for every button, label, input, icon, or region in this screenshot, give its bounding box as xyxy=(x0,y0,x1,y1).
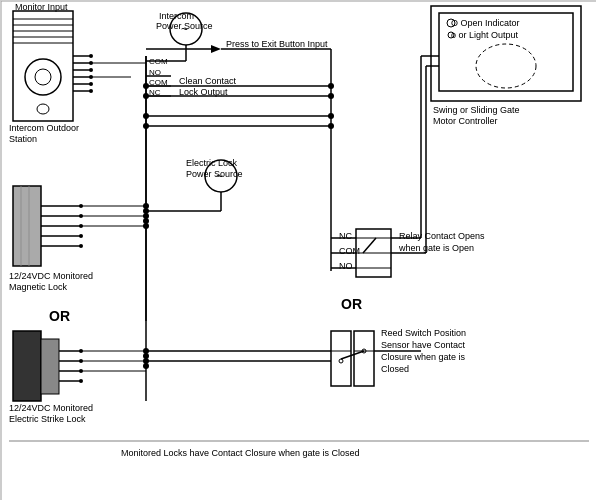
svg-text:Electric Lock: Electric Lock xyxy=(186,158,238,168)
svg-text:Electric Strike Lock: Electric Strike Lock xyxy=(9,414,86,424)
svg-rect-56 xyxy=(13,186,41,266)
svg-text:NO: NO xyxy=(149,68,161,77)
svg-text:Clean Contact: Clean Contact xyxy=(179,76,237,86)
svg-text:NC: NC xyxy=(339,231,352,241)
svg-point-111 xyxy=(328,113,334,119)
svg-point-22 xyxy=(89,89,93,93)
svg-rect-78 xyxy=(41,339,59,394)
svg-text:OR: OR xyxy=(49,308,70,324)
svg-text:Relay Contact Opens: Relay Contact Opens xyxy=(399,231,485,241)
svg-text:Closure when gate is: Closure when gate is xyxy=(381,352,466,362)
svg-text:12/24VDC Monitored: 12/24VDC Monitored xyxy=(9,403,93,413)
svg-point-148 xyxy=(143,123,149,129)
svg-text:Intercom: Intercom xyxy=(159,11,194,21)
svg-text:Power Source: Power Source xyxy=(156,21,213,31)
svg-point-151 xyxy=(143,223,149,229)
svg-text:Monitored Locks have Contact C: Monitored Locks have Contact Closure whe… xyxy=(121,448,360,458)
svg-point-110 xyxy=(328,93,334,99)
svg-text:Station: Station xyxy=(9,134,37,144)
svg-point-153 xyxy=(143,358,149,364)
svg-point-86 xyxy=(79,379,83,383)
svg-point-16 xyxy=(89,68,93,72)
svg-text:COM: COM xyxy=(149,57,168,66)
svg-rect-77 xyxy=(13,331,41,401)
svg-text:O  Open Indicator: O Open Indicator xyxy=(451,18,520,28)
svg-point-109 xyxy=(328,83,334,89)
svg-text:Sensor have Contact: Sensor have Contact xyxy=(381,340,466,350)
svg-point-152 xyxy=(143,348,149,354)
svg-point-68 xyxy=(79,244,83,248)
svg-point-66 xyxy=(79,234,83,238)
svg-text:Motor Controller: Motor Controller xyxy=(433,116,498,126)
svg-text:Monitor Input: Monitor Input xyxy=(15,2,68,12)
svg-point-12 xyxy=(89,54,93,58)
svg-point-149 xyxy=(143,203,149,209)
svg-text:o  or Light Output: o or Light Output xyxy=(451,30,519,40)
svg-point-20 xyxy=(89,82,93,86)
wiring-diagram: Monitor Input Intercom Outdoor Station ~… xyxy=(0,0,596,500)
svg-text:Power Source: Power Source xyxy=(186,169,243,179)
svg-text:Reed Switch Position: Reed Switch Position xyxy=(381,328,466,338)
svg-text:Closed: Closed xyxy=(381,364,409,374)
svg-text:Press to Exit Button Input: Press to Exit Button Input xyxy=(226,39,328,49)
svg-point-147 xyxy=(143,113,149,119)
svg-text:COM: COM xyxy=(339,246,360,256)
svg-text:OR: OR xyxy=(341,296,362,312)
svg-text:when gate is Open: when gate is Open xyxy=(398,243,474,253)
svg-text:Magnetic Lock: Magnetic Lock xyxy=(9,282,68,292)
svg-text:12/24VDC Monitored: 12/24VDC Monitored xyxy=(9,271,93,281)
svg-text:Swing or Sliding Gate: Swing or Sliding Gate xyxy=(433,105,520,115)
svg-point-112 xyxy=(328,123,334,129)
svg-point-150 xyxy=(143,213,149,219)
svg-text:Intercom Outdoor: Intercom Outdoor xyxy=(9,123,79,133)
svg-text:NO: NO xyxy=(339,261,353,271)
